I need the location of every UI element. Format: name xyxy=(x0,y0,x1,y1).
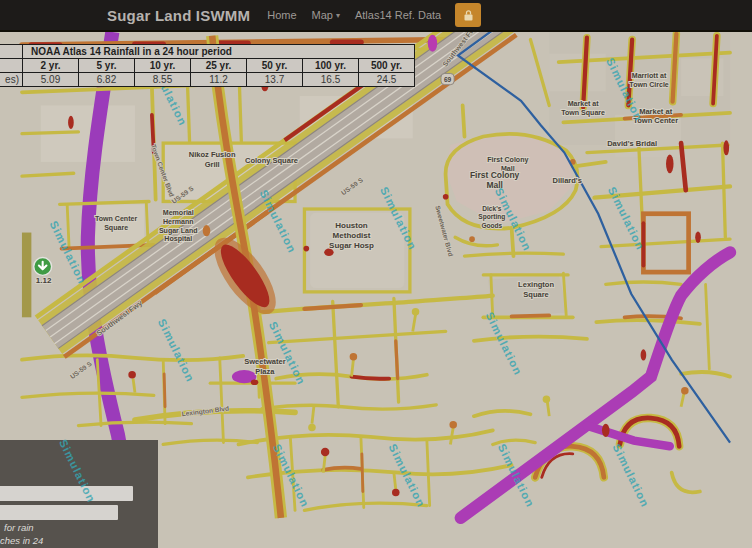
table-col-5yr: 5 yr. xyxy=(79,59,135,73)
dialog-caption-line1: for rain xyxy=(4,522,34,533)
table-col-10yr: 10 yr. xyxy=(135,59,191,73)
table-value-25yr: 11.2 xyxy=(191,73,247,87)
street-label-us-59-s: US-59 S xyxy=(69,359,94,380)
map-label-davidsbridal: David's Bridal xyxy=(607,139,657,148)
table-col-500yr: 500 yr. xyxy=(359,59,415,73)
table-value-2yr: 5.09 xyxy=(23,73,79,87)
table-value-100yr: 16.5 xyxy=(303,73,359,87)
chevron-down-icon: ▾ xyxy=(336,11,340,20)
svg-text:69: 69 xyxy=(444,76,452,83)
lock-button[interactable] xyxy=(455,3,481,27)
rainfall-table: NOAA Atlas 14 Rainfall in a 24 hour peri… xyxy=(0,44,415,87)
table-label-cell xyxy=(0,59,23,73)
nav-atlas14-ref-data[interactable]: Atlas14 Ref. Data xyxy=(355,9,441,21)
map-label-marketat-towncenter: Market atTown Center xyxy=(633,107,678,125)
table-col-100yr: 100 yr. xyxy=(303,59,359,73)
table-value-500yr: 24.5 xyxy=(359,73,415,87)
top-nav: HomeMap▾Atlas14 Ref. Data xyxy=(267,9,441,21)
map-label-memorial-hermann-sugarland-hospital: MemorialHermannSugar LandHospital xyxy=(159,209,198,244)
map-label-dillards: Dillard's xyxy=(552,176,581,185)
dialog-caption-line2: ches in 24 xyxy=(0,535,43,546)
nav-label: Atlas14 Ref. Data xyxy=(355,9,441,21)
table-col-50yr: 50 yr. xyxy=(247,59,303,73)
table-value-10yr: 8.55 xyxy=(135,73,191,87)
simulation-dialog: for rain ches in 24 xyxy=(0,440,158,548)
nav-home[interactable]: Home xyxy=(267,9,296,21)
app-title: Sugar Land ISWMM xyxy=(107,7,250,24)
dialog-field-1[interactable] xyxy=(0,486,133,501)
nav-label: Home xyxy=(267,9,296,21)
marker-value: 1.12 xyxy=(36,276,52,285)
table-value-5yr: 6.82 xyxy=(79,73,135,87)
top-bar: Sugar Land ISWMM HomeMap▾Atlas14 Ref. Da… xyxy=(0,0,752,32)
interchange xyxy=(203,36,287,518)
table-col-25yr: 25 yr. xyxy=(191,59,247,73)
map-label-colonysquare: Colony Square xyxy=(245,156,298,165)
nav-label: Map xyxy=(312,9,333,21)
nav-map[interactable]: Map▾ xyxy=(312,9,340,21)
map-label-houston-methodist-sugarhosp: HoustonMethodistSugar Hosp xyxy=(329,221,374,250)
lock-icon xyxy=(462,9,475,22)
table-title: NOAA Atlas 14 Rainfall in a 24 hour peri… xyxy=(23,45,415,59)
rainfall-marker[interactable]: 1.12 xyxy=(34,258,52,286)
map-label-marketat-townsquare: Market atTown Square xyxy=(561,100,605,117)
table-row-label: es) xyxy=(0,73,23,87)
highway-shield-69: 69 xyxy=(441,73,454,84)
map-label-dicks-sporting-goods: Dick'sSportingGoods xyxy=(478,205,505,229)
table-value-50yr: 13.7 xyxy=(247,73,303,87)
table-col-2yr: 2 yr. xyxy=(23,59,79,73)
street-label-us-59-s: US-59 S xyxy=(340,176,365,197)
table-corner-cell xyxy=(0,45,23,59)
dialog-field-2[interactable] xyxy=(0,505,118,520)
